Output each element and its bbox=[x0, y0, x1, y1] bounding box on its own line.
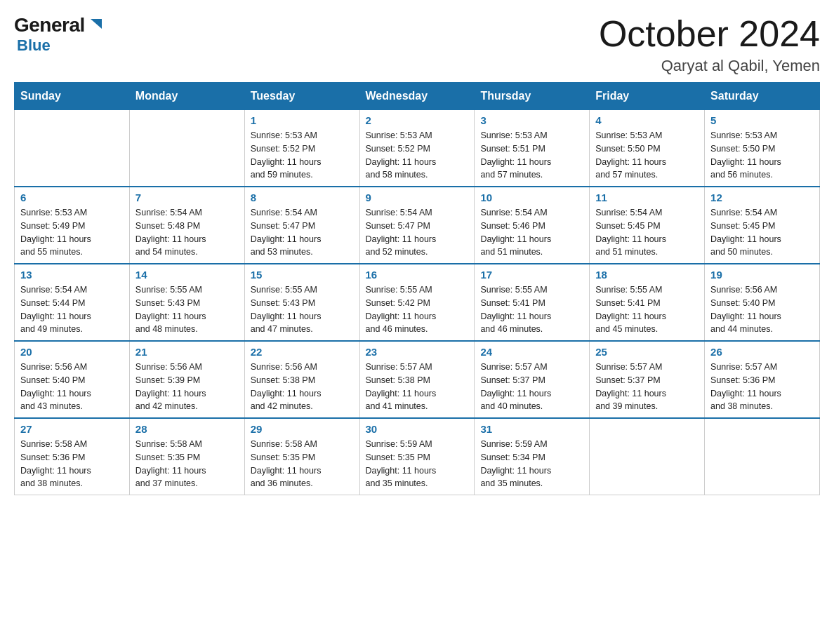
day-number: 30 bbox=[366, 423, 469, 435]
table-row: 3Sunrise: 5:53 AMSunset: 5:51 PMDaylight… bbox=[475, 110, 590, 187]
header-friday: Friday bbox=[590, 83, 705, 110]
table-row: 10Sunrise: 5:54 AMSunset: 5:46 PMDayligh… bbox=[475, 187, 590, 264]
day-number: 24 bbox=[480, 346, 583, 358]
header-wednesday: Wednesday bbox=[359, 83, 475, 110]
table-row: 29Sunrise: 5:58 AMSunset: 5:35 PMDayligh… bbox=[244, 418, 359, 495]
day-info: Sunrise: 5:54 AMSunset: 5:47 PMDaylight:… bbox=[251, 206, 354, 259]
day-info: Sunrise: 5:53 AMSunset: 5:49 PMDaylight:… bbox=[20, 206, 124, 259]
calendar-week-2: 6Sunrise: 5:53 AMSunset: 5:49 PMDaylight… bbox=[15, 187, 820, 264]
day-number: 19 bbox=[710, 269, 814, 281]
day-number: 22 bbox=[251, 346, 354, 358]
page-header: General Blue October 2024 Qaryat al Qabi… bbox=[14, 14, 820, 75]
header-monday: Monday bbox=[129, 83, 244, 110]
table-row: 19Sunrise: 5:56 AMSunset: 5:40 PMDayligh… bbox=[705, 264, 820, 341]
table-row: 1Sunrise: 5:53 AMSunset: 5:52 PMDaylight… bbox=[244, 110, 359, 187]
calendar-week-3: 13Sunrise: 5:54 AMSunset: 5:44 PMDayligh… bbox=[15, 264, 820, 341]
day-number: 14 bbox=[135, 269, 239, 281]
table-row: 22Sunrise: 5:56 AMSunset: 5:38 PMDayligh… bbox=[244, 341, 359, 418]
day-info: Sunrise: 5:58 AMSunset: 5:36 PMDaylight:… bbox=[20, 438, 124, 490]
day-number: 6 bbox=[20, 192, 124, 203]
table-row: 20Sunrise: 5:56 AMSunset: 5:40 PMDayligh… bbox=[15, 341, 130, 418]
table-row: 2Sunrise: 5:53 AMSunset: 5:52 PMDaylight… bbox=[359, 110, 475, 187]
table-row: 30Sunrise: 5:59 AMSunset: 5:35 PMDayligh… bbox=[359, 418, 475, 495]
table-row: 6Sunrise: 5:53 AMSunset: 5:49 PMDaylight… bbox=[15, 187, 130, 264]
day-info: Sunrise: 5:53 AMSunset: 5:50 PMDaylight:… bbox=[595, 129, 699, 182]
table-row: 17Sunrise: 5:55 AMSunset: 5:41 PMDayligh… bbox=[475, 264, 590, 341]
day-info: Sunrise: 5:55 AMSunset: 5:42 PMDaylight:… bbox=[366, 283, 469, 336]
day-info: Sunrise: 5:56 AMSunset: 5:38 PMDaylight:… bbox=[251, 361, 354, 413]
day-info: Sunrise: 5:54 AMSunset: 5:48 PMDaylight:… bbox=[135, 206, 239, 259]
day-info: Sunrise: 5:54 AMSunset: 5:45 PMDaylight:… bbox=[595, 206, 699, 259]
table-row bbox=[129, 110, 244, 187]
day-number: 20 bbox=[20, 346, 124, 358]
day-number: 4 bbox=[595, 114, 699, 126]
table-row: 8Sunrise: 5:54 AMSunset: 5:47 PMDaylight… bbox=[244, 187, 359, 264]
table-row bbox=[705, 418, 820, 495]
day-number: 7 bbox=[135, 192, 239, 203]
table-row: 7Sunrise: 5:54 AMSunset: 5:48 PMDaylight… bbox=[129, 187, 244, 264]
table-row: 31Sunrise: 5:59 AMSunset: 5:34 PMDayligh… bbox=[475, 418, 590, 495]
day-info: Sunrise: 5:53 AMSunset: 5:50 PMDaylight:… bbox=[710, 129, 814, 182]
table-row: 18Sunrise: 5:55 AMSunset: 5:41 PMDayligh… bbox=[590, 264, 705, 341]
day-number: 15 bbox=[251, 269, 354, 281]
table-row: 16Sunrise: 5:55 AMSunset: 5:42 PMDayligh… bbox=[359, 264, 475, 341]
day-info: Sunrise: 5:54 AMSunset: 5:45 PMDaylight:… bbox=[710, 206, 814, 259]
day-info: Sunrise: 5:53 AMSunset: 5:51 PMDaylight:… bbox=[480, 129, 583, 182]
day-number: 1 bbox=[251, 114, 354, 126]
day-number: 25 bbox=[595, 346, 699, 358]
calendar-week-5: 27Sunrise: 5:58 AMSunset: 5:36 PMDayligh… bbox=[15, 418, 820, 495]
day-info: Sunrise: 5:57 AMSunset: 5:36 PMDaylight:… bbox=[710, 361, 814, 413]
day-info: Sunrise: 5:58 AMSunset: 5:35 PMDaylight:… bbox=[135, 438, 239, 490]
header-thursday: Thursday bbox=[475, 83, 590, 110]
logo-blue-text: Blue bbox=[17, 36, 51, 55]
table-row: 15Sunrise: 5:55 AMSunset: 5:43 PMDayligh… bbox=[244, 264, 359, 341]
day-number: 10 bbox=[480, 192, 583, 203]
calendar-week-1: 1Sunrise: 5:53 AMSunset: 5:52 PMDaylight… bbox=[15, 110, 820, 187]
header-saturday: Saturday bbox=[705, 83, 820, 110]
day-number: 16 bbox=[366, 269, 469, 281]
table-row: 12Sunrise: 5:54 AMSunset: 5:45 PMDayligh… bbox=[705, 187, 820, 264]
day-info: Sunrise: 5:55 AMSunset: 5:43 PMDaylight:… bbox=[135, 283, 239, 336]
day-info: Sunrise: 5:56 AMSunset: 5:39 PMDaylight:… bbox=[135, 361, 239, 413]
day-number: 27 bbox=[20, 423, 124, 435]
day-info: Sunrise: 5:54 AMSunset: 5:47 PMDaylight:… bbox=[366, 206, 469, 259]
day-info: Sunrise: 5:57 AMSunset: 5:37 PMDaylight:… bbox=[480, 361, 583, 413]
table-row: 5Sunrise: 5:53 AMSunset: 5:50 PMDaylight… bbox=[705, 110, 820, 187]
day-number: 29 bbox=[251, 423, 354, 435]
table-row: 9Sunrise: 5:54 AMSunset: 5:47 PMDaylight… bbox=[359, 187, 475, 264]
day-info: Sunrise: 5:56 AMSunset: 5:40 PMDaylight:… bbox=[20, 361, 124, 413]
table-row: 25Sunrise: 5:57 AMSunset: 5:37 PMDayligh… bbox=[590, 341, 705, 418]
table-row: 4Sunrise: 5:53 AMSunset: 5:50 PMDaylight… bbox=[590, 110, 705, 187]
table-row: 21Sunrise: 5:56 AMSunset: 5:39 PMDayligh… bbox=[129, 341, 244, 418]
calendar-week-4: 20Sunrise: 5:56 AMSunset: 5:40 PMDayligh… bbox=[15, 341, 820, 418]
day-info: Sunrise: 5:57 AMSunset: 5:38 PMDaylight:… bbox=[366, 361, 469, 413]
title-section: October 2024 Qaryat al Qabil, Yemen bbox=[599, 14, 820, 75]
day-number: 31 bbox=[480, 423, 583, 435]
day-number: 28 bbox=[135, 423, 239, 435]
calendar-header-row: Sunday Monday Tuesday Wednesday Thursday… bbox=[15, 83, 820, 110]
day-number: 13 bbox=[20, 269, 124, 281]
logo-arrow-icon bbox=[86, 16, 102, 32]
subtitle: Qaryat al Qabil, Yemen bbox=[599, 57, 820, 75]
day-number: 21 bbox=[135, 346, 239, 358]
day-info: Sunrise: 5:59 AMSunset: 5:34 PMDaylight:… bbox=[480, 438, 583, 490]
day-number: 23 bbox=[366, 346, 469, 358]
header-tuesday: Tuesday bbox=[244, 83, 359, 110]
day-info: Sunrise: 5:55 AMSunset: 5:41 PMDaylight:… bbox=[480, 283, 583, 336]
day-number: 11 bbox=[595, 192, 699, 203]
day-info: Sunrise: 5:57 AMSunset: 5:37 PMDaylight:… bbox=[595, 361, 699, 413]
table-row: 23Sunrise: 5:57 AMSunset: 5:38 PMDayligh… bbox=[359, 341, 475, 418]
table-row: 27Sunrise: 5:58 AMSunset: 5:36 PMDayligh… bbox=[15, 418, 130, 495]
logo: General Blue bbox=[14, 14, 102, 55]
day-number: 8 bbox=[251, 192, 354, 203]
table-row bbox=[590, 418, 705, 495]
day-number: 2 bbox=[366, 114, 469, 126]
day-info: Sunrise: 5:59 AMSunset: 5:35 PMDaylight:… bbox=[366, 438, 469, 490]
day-info: Sunrise: 5:58 AMSunset: 5:35 PMDaylight:… bbox=[251, 438, 354, 490]
main-title: October 2024 bbox=[599, 14, 820, 54]
table-row: 24Sunrise: 5:57 AMSunset: 5:37 PMDayligh… bbox=[475, 341, 590, 418]
day-info: Sunrise: 5:53 AMSunset: 5:52 PMDaylight:… bbox=[366, 129, 469, 182]
day-info: Sunrise: 5:55 AMSunset: 5:43 PMDaylight:… bbox=[251, 283, 354, 336]
table-row: 26Sunrise: 5:57 AMSunset: 5:36 PMDayligh… bbox=[705, 341, 820, 418]
day-info: Sunrise: 5:53 AMSunset: 5:52 PMDaylight:… bbox=[251, 129, 354, 182]
